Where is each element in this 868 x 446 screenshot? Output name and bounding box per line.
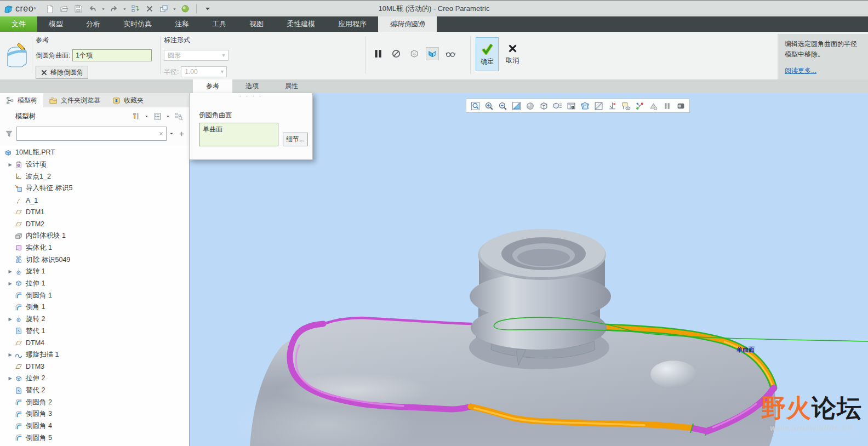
tree-item-倒圆角 3[interactable]: 倒圆角 3 <box>0 408 189 420</box>
windows-button[interactable] <box>157 2 170 15</box>
tree-item-设计项[interactable]: ▶设计项 <box>0 159 189 171</box>
list-settings-dropdown-icon[interactable] <box>165 114 171 119</box>
tools-button[interactable] <box>130 111 142 123</box>
tree-item-倒圆角 5[interactable]: 倒圆角 5 <box>0 432 189 444</box>
saved-orientations-button[interactable] <box>551 100 563 112</box>
remove-round-button[interactable]: 移除倒圆角 <box>36 66 88 79</box>
regenerate-button[interactable] <box>129 2 142 15</box>
zoom-region-button[interactable] <box>469 100 481 112</box>
tree-item-切除 标识5049[interactable]: 切除 标识5049 <box>0 254 189 266</box>
list-settings-button[interactable] <box>151 111 163 123</box>
zoom-in-button[interactable] <box>483 100 495 112</box>
tree-item-DTM4[interactable]: DTM4 <box>0 337 189 349</box>
shape-combo[interactable]: 圆形 ▼ <box>164 50 229 61</box>
preview-feature-button[interactable] <box>426 47 439 60</box>
navigator-tab-模型树[interactable]: 模型树 <box>0 93 43 107</box>
expand-arrow-icon[interactable]: ▶ <box>6 281 14 286</box>
ribbon-tab-文件[interactable]: 文件 <box>0 16 37 32</box>
zoom-out-button[interactable] <box>496 100 509 112</box>
tree-item-旋转 1[interactable]: ▶旋转 1 <box>0 266 189 278</box>
tree-item-倒角 1[interactable]: 倒角 1 <box>0 301 189 313</box>
ribbon-tab-编辑倒圆角[interactable]: 编辑倒圆角 <box>378 16 437 32</box>
spin-center-button[interactable] <box>633 100 646 112</box>
model-display-button[interactable] <box>179 2 192 15</box>
tree-item-倒圆角 2[interactable]: 倒圆角 2 <box>0 396 189 408</box>
navigator-tab-文件夹浏览器[interactable]: 文件夹浏览器 <box>43 93 106 107</box>
expand-arrow-icon[interactable]: ▶ <box>6 317 14 322</box>
tree-item-替代 1[interactable]: 替代 1 <box>0 325 189 337</box>
filter-add-icon[interactable] <box>176 127 186 140</box>
read-more-link[interactable]: 阅读更多... <box>785 66 816 76</box>
filter-funnel-icon[interactable] <box>3 128 15 140</box>
perspective-button[interactable] <box>579 100 591 112</box>
tree-item-DTM2[interactable]: DTM2 <box>0 218 189 230</box>
customize-toolbar-icon[interactable] <box>201 2 214 15</box>
dragger-button[interactable] <box>647 100 659 112</box>
open-file-button[interactable] <box>58 2 71 15</box>
windows-dropdown-icon[interactable] <box>172 2 178 15</box>
ribbon-tab-工具[interactable]: 工具 <box>201 16 238 32</box>
expand-arrow-icon[interactable]: ▶ <box>6 352 14 357</box>
tree-item-DTM1[interactable]: DTM1 <box>0 206 189 218</box>
tree-item-拉伸 1[interactable]: ▶拉伸 1 <box>0 278 189 290</box>
tree-item-A_1[interactable]: A_1 <box>0 195 189 207</box>
redo-button[interactable] <box>107 2 121 15</box>
ribbon-tab-视图[interactable]: 视图 <box>238 16 275 32</box>
surface-collector-field[interactable]: 1个项 <box>72 49 152 61</box>
tree-search-button[interactable] <box>173 111 185 123</box>
tree-item-替代 2[interactable]: 替代 2 <box>0 385 189 397</box>
wireframe-box-button[interactable] <box>408 47 421 60</box>
details-button[interactable]: 细节... <box>283 133 308 146</box>
dashboard-tab-属性[interactable]: 属性 <box>272 79 311 93</box>
filter-clear-icon[interactable] <box>156 127 166 140</box>
tree-item-10ML瓶.PRT[interactable]: 10ML瓶.PRT <box>0 147 189 159</box>
redo-dropdown-icon[interactable] <box>122 2 128 15</box>
panel-drag-handle[interactable]: · · · · <box>190 93 312 101</box>
section-button[interactable] <box>592 100 604 112</box>
tree-item-螺旋扫描 1[interactable]: ▶螺旋扫描 1 <box>0 349 189 361</box>
tools-dropdown-icon[interactable] <box>144 114 150 119</box>
ribbon-tab-分析[interactable]: 分析 <box>75 16 112 32</box>
ribbon-tab-应用程序[interactable]: 应用程序 <box>327 16 378 32</box>
radius-combo[interactable]: 1.00 ▼ <box>181 66 227 77</box>
tree-item-倒圆角 1[interactable]: 倒圆角 1 <box>0 289 189 301</box>
display-last-button[interactable] <box>675 100 687 112</box>
undo-button[interactable] <box>86 2 99 15</box>
ok-button[interactable]: 确定 <box>476 37 499 71</box>
view-manager-button[interactable] <box>565 100 577 112</box>
tree-item-倒圆角 4[interactable]: 倒圆角 4 <box>0 420 189 432</box>
tree-item-波点1_2[interactable]: 波点1_2 <box>0 170 189 182</box>
annotation-display-button[interactable] <box>620 100 632 112</box>
datum-display-button[interactable] <box>606 100 618 112</box>
tree-item-旋转 2[interactable]: ▶旋转 2 <box>0 313 189 325</box>
ribbon-tab-模型[interactable]: 模型 <box>37 16 75 32</box>
no-preview-button[interactable] <box>390 47 403 60</box>
pause-small-button[interactable] <box>661 100 673 112</box>
expand-arrow-icon[interactable]: ▶ <box>6 162 14 167</box>
tree-item-DTM3[interactable]: DTM3 <box>0 361 189 373</box>
filter-dropdown-icon[interactable] <box>167 127 176 140</box>
ribbon-tab-柔性建模[interactable]: 柔性建模 <box>275 16 327 32</box>
tree-item-内部体积块 1[interactable]: 内部体积块 1 <box>0 230 189 242</box>
close-window-button[interactable] <box>143 2 156 15</box>
ribbon-tab-注释[interactable]: 注释 <box>163 16 201 32</box>
expand-arrow-icon[interactable]: ▶ <box>6 376 14 381</box>
shading-style-button[interactable] <box>524 100 536 112</box>
tree-item-拉伸 2[interactable]: ▶拉伸 2 <box>0 373 189 385</box>
display-style-button[interactable] <box>538 100 550 112</box>
refit-button[interactable] <box>510 100 522 112</box>
tree-filter-input[interactable] <box>17 128 156 139</box>
navigator-tab-收藏夹[interactable]: 收藏夹 <box>106 93 150 107</box>
tree-item-实体化 1[interactable]: 实体化 1 <box>0 242 189 254</box>
cancel-button[interactable]: 取消 <box>501 37 524 71</box>
ribbon-tab-实时仿真[interactable]: 实时仿真 <box>112 16 163 32</box>
undo-dropdown-icon[interactable] <box>100 2 106 15</box>
new-file-button[interactable] <box>43 2 56 15</box>
save-button[interactable] <box>72 2 85 15</box>
dashboard-tab-选项[interactable]: 选项 <box>232 79 272 93</box>
tree-item-导入特征 标识5[interactable]: 导入特征 标识5 <box>0 182 189 195</box>
dashboard-tab-参考[interactable]: 参考 <box>193 79 232 93</box>
glasses-button[interactable] <box>444 47 457 60</box>
pause-button[interactable] <box>372 47 385 60</box>
expand-arrow-icon[interactable]: ▶ <box>6 269 14 274</box>
